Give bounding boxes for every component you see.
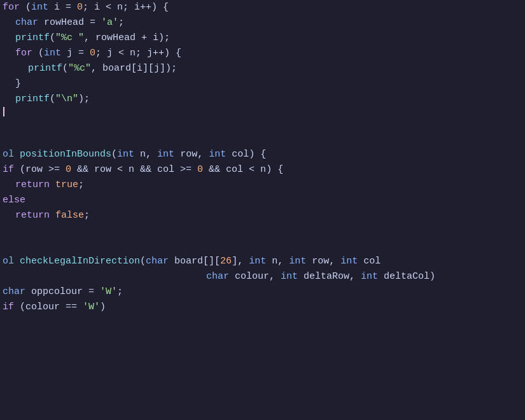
keyword-int-8: int: [340, 254, 358, 269]
keyword-int-3: int: [117, 147, 134, 162]
fn-printf-1: printf: [15, 31, 50, 46]
keyword-bool-2: ol: [3, 254, 14, 269]
keyword-else-1: else: [3, 193, 25, 208]
code-line-else: else: [0, 193, 525, 208]
fn-printf-3: printf: [15, 92, 50, 107]
keyword-char-1: char: [15, 15, 38, 31]
code-line-7: printf ( "\n" );: [0, 92, 525, 107]
keyword-for: for: [3, 0, 20, 15]
keyword-int-2: int: [44, 46, 61, 61]
fn-printf-2: printf: [28, 61, 62, 76]
code-line-positionInBounds: ol positionInBounds ( int n, int row, in…: [0, 147, 525, 162]
code-line-4: for ( int j = 0 ; j < n; j++) {: [0, 46, 525, 61]
code-line-oppcolour: char oppcolour = 'W' ;: [0, 284, 525, 300]
code-line-checkLegal-2: char colour, int deltaRow, int deltaCol): [0, 269, 525, 284]
code-line-checkLegal-1: ol checkLegalInDirection ( char board[][…: [0, 254, 525, 269]
keyword-int-7: int: [289, 254, 306, 269]
keyword-int-1: int: [31, 0, 48, 15]
keyword-int-10: int: [361, 269, 378, 284]
code-line-1: for ( int i = 0 ; i < n; i++) {: [0, 0, 525, 15]
code-line-blank3: [0, 223, 525, 239]
fn-checkLegalInDirection: checkLegalInDirection: [20, 254, 140, 269]
code-line-5: printf ( "%c" , board[i][j]);: [0, 61, 525, 76]
keyword-return-2: return: [15, 208, 50, 223]
keyword-int-5: int: [209, 147, 226, 162]
code-line-return-true: return true ;: [0, 178, 525, 193]
code-line-3: printf ( "%c " , rowHead + i);: [0, 31, 525, 46]
keyword-char-2: char: [146, 254, 169, 269]
code-line-if-row: if (row >= 0 && row < n && col >= 0 && c…: [0, 162, 525, 178]
keyword-return-1: return: [15, 178, 50, 193]
code-editor: for ( int i = 0 ; i < n; i++) { char row…: [0, 0, 525, 420]
keyword-if-2: if: [3, 300, 14, 315]
code-line-2: char rowHead = 'a' ;: [0, 15, 525, 31]
keyword-int-6: int: [249, 254, 266, 269]
keyword-char-3: char: [206, 269, 229, 284]
keyword-for-2: for: [15, 46, 32, 61]
code-line-blank4: [0, 239, 525, 254]
code-line-if-colour: if (colour == 'W' ): [0, 300, 525, 315]
keyword-bool-1: ol: [3, 147, 14, 162]
keyword-char-4: char: [3, 284, 25, 300]
keyword-int-9: int: [281, 269, 298, 284]
fn-positionInBounds: positionInBounds: [20, 147, 111, 162]
code-line-6: }: [0, 76, 525, 92]
code-line-blank1: [0, 116, 525, 132]
code-line-return-false: return false ;: [0, 208, 525, 223]
code-line-8: [0, 107, 525, 116]
keyword-int-4: int: [157, 147, 174, 162]
code-line-blank2: [0, 132, 525, 147]
keyword-if-1: if: [3, 162, 14, 178]
